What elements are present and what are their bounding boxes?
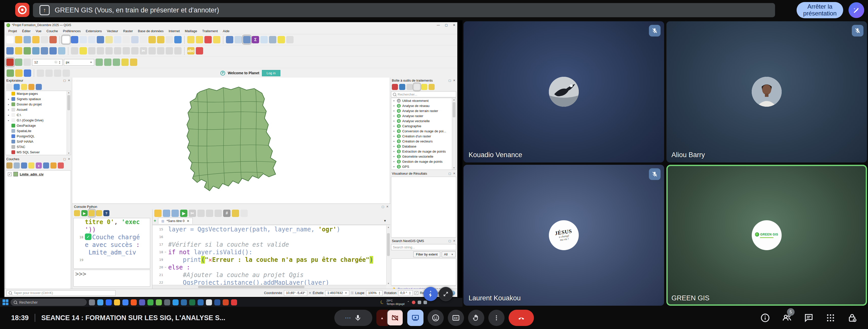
layer-visibility-checkbox[interactable]: ✓ — [8, 172, 12, 176]
explorer-item[interactable]: Marque-pages — [6, 91, 71, 96]
sep[interactable] — [68, 47, 68, 55]
paste-features[interactable] — [157, 47, 164, 55]
expand-arrow-icon[interactable]: ▸ — [393, 165, 395, 168]
tray-mic-icon[interactable] — [418, 301, 421, 304]
run-command[interactable]: ▶ — [81, 210, 87, 216]
toolbox-group[interactable]: ▸ Q Conversion de nuage de poi... — [391, 128, 456, 133]
expand-arrow-icon[interactable]: ▸ — [7, 109, 10, 111]
menubar-item[interactable]: Préférences — [61, 29, 83, 33]
copilot[interactable] — [97, 299, 103, 305]
toolbox-search-input[interactable]: Rechercher... — [391, 91, 456, 97]
new-tab-icon[interactable]: + — [154, 218, 156, 223]
explorer-item[interactable]: GeoPackage — [6, 123, 71, 128]
manage-map-themes[interactable] — [21, 162, 27, 169]
osm-place-search[interactable] — [286, 36, 293, 43]
vscode[interactable] — [173, 299, 179, 305]
refresh-browser[interactable] — [14, 84, 20, 90]
globe-plugin[interactable] — [24, 69, 31, 77]
file-explorer[interactable] — [114, 299, 120, 305]
zoom-full[interactable] — [97, 36, 104, 43]
rstudio[interactable] — [197, 299, 204, 305]
planet-login-button[interactable]: Log in — [262, 70, 280, 76]
collapse-all-layers[interactable] — [51, 162, 57, 169]
qgis[interactable] — [147, 299, 154, 305]
menubar-item[interactable]: Extensions — [84, 29, 104, 33]
remove-layer[interactable] — [58, 162, 64, 169]
refresh-map[interactable] — [174, 36, 182, 43]
close-panel-icon[interactable]: ✕ — [453, 79, 456, 82]
save-project[interactable] — [24, 36, 31, 43]
participants-button[interactable]: 5 — [781, 312, 793, 323]
map-cote-divoire[interactable] — [176, 81, 289, 200]
editor-code[interactable]: 15 layer = QgsVectorLayer(path, layer_na… — [153, 226, 386, 285]
sep[interactable] — [223, 36, 223, 43]
filter-legend[interactable] — [28, 162, 34, 169]
quick-actions-button[interactable]: ▲ — [424, 287, 438, 301]
collapse-all[interactable] — [28, 84, 34, 90]
menubar-item[interactable]: Traitement — [200, 29, 220, 33]
toggle-editing[interactable] — [80, 47, 87, 55]
qgis-window[interactable]: *Projet Formation_Décembre 2025 — QGIS —… — [4, 22, 458, 297]
google-earth[interactable] — [164, 299, 170, 305]
map-tips[interactable] — [278, 36, 285, 43]
add-selected-layers[interactable] — [6, 84, 12, 90]
float-panel-icon[interactable]: ▢ — [63, 79, 66, 82]
copy-features[interactable] — [148, 47, 156, 55]
statistical-summary[interactable] — [235, 36, 242, 43]
add-delimited-text-layer[interactable] — [41, 47, 48, 55]
rotation-value-box[interactable]: 0,0 °▲▼ — [398, 290, 413, 296]
expand-all-layers[interactable] — [43, 162, 49, 169]
powerpoint[interactable] — [223, 299, 229, 305]
expand-arrow-icon[interactable]: ▸ — [393, 145, 395, 148]
console-prompt[interactable]: >>> — [73, 270, 150, 287]
copy-text[interactable] — [197, 210, 205, 217]
filter-by-extent-button[interactable]: Filter by extent — [413, 251, 440, 257]
paste-text[interactable] — [206, 210, 213, 217]
undo[interactable] — [166, 47, 173, 55]
raise-hand-button[interactable] — [468, 310, 484, 326]
open-script[interactable] — [154, 210, 162, 217]
explorer-item[interactable]: SpatiaLite — [6, 128, 71, 133]
snapping-units-select[interactable]: px ▼ — [64, 59, 94, 66]
console-output[interactable]: titre 0', 'exec'))18✓Couche chargée avec… — [73, 218, 150, 269]
taskbar-weather[interactable]: ☾ 29°C Temps dégagé — [380, 299, 405, 305]
explorer-item[interactable]: STAC — [6, 144, 71, 150]
lock-scale-icon[interactable]: ⚿ — [351, 291, 353, 295]
qgis-browser[interactable] — [156, 299, 162, 305]
locator-search-input[interactable]: Taper pour trouver (Ctrl+K) — [7, 290, 116, 296]
add-mesh-layer[interactable] — [32, 47, 39, 55]
add-wms-layer[interactable] — [58, 47, 65, 55]
toolbox-group[interactable]: ▸ Q Création d'un raster — [391, 133, 456, 139]
pan-to-selection[interactable] — [71, 36, 78, 43]
coordinate-value-box[interactable]: 10,65° -5,43° — [284, 290, 307, 296]
toolbox-group[interactable]: ▸ Q Création de vecteurs — [391, 139, 456, 144]
expand-arrow-icon[interactable]: ▸ — [393, 140, 395, 143]
layer-labeling-options[interactable]: abc — [187, 47, 194, 55]
expand-arrow-icon[interactable]: ▸ — [393, 115, 395, 117]
explorer-item[interactable]: ▸ G:\ (Google Drive) — [6, 118, 71, 123]
open-data-source-manager[interactable] — [6, 47, 14, 55]
toggle-comment[interactable]: # — [223, 210, 230, 217]
service-type-select[interactable]: All ▼ — [442, 251, 456, 257]
close-button[interactable]: ✕ — [453, 23, 456, 27]
python-scripts[interactable] — [399, 84, 405, 90]
add-postgis-layer[interactable] — [50, 47, 57, 55]
identify-features[interactable] — [226, 36, 233, 43]
explorer-item[interactable]: ▸ Signets spatiaux — [6, 96, 71, 102]
toolbox-group[interactable]: ▸ Q Extraction de nuage de points — [391, 149, 456, 154]
select-by-expression[interactable] — [196, 36, 203, 43]
sep[interactable] — [59, 36, 60, 43]
redo[interactable] — [174, 47, 182, 55]
word[interactable] — [214, 299, 220, 305]
attribute-table[interactable] — [260, 36, 268, 43]
activities-button[interactable] — [825, 312, 836, 323]
start-button[interactable] — [3, 299, 8, 305]
expand-arrow-icon[interactable]: ▸ — [7, 103, 10, 106]
qms-satellite[interactable] — [63, 69, 70, 77]
toolbox-group[interactable]: ▸ Q Database — [391, 144, 456, 149]
render-checkbox[interactable]: ✓ — [414, 291, 418, 295]
spinner-icon[interactable]: ▲▼ — [59, 61, 61, 64]
menubar-item[interactable]: Internet — [166, 29, 182, 33]
mic-button[interactable]: ⋯ — [334, 310, 372, 326]
show-properties[interactable] — [36, 84, 42, 90]
